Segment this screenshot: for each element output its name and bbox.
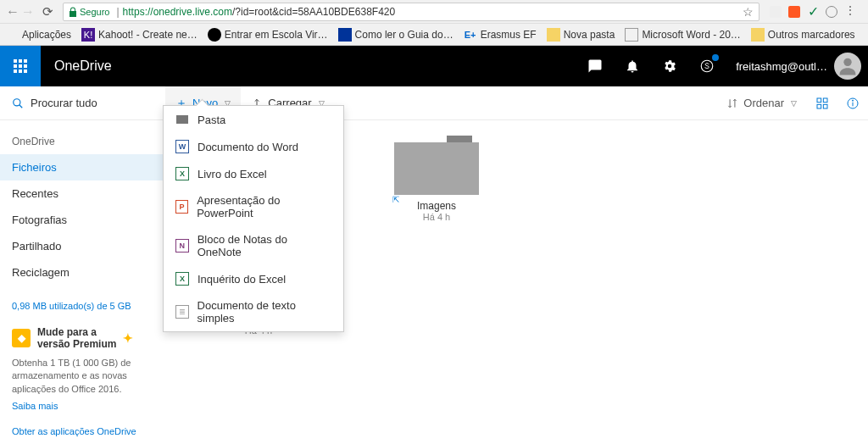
excel-icon: X — [175, 167, 189, 180]
premium-title: Mude para aversão Premium — [37, 326, 116, 350]
ext-icon-4[interactable] — [826, 6, 837, 18]
person-icon — [836, 54, 860, 78]
file-tile-folder[interactable]: ⇱Imagens Há 4 h — [352, 136, 521, 222]
bookmark-bar: Aplicações K!Kahoot! - Create ne… Entrar… — [0, 24, 868, 46]
storage-quota[interactable]: 0,98 MB utilizado(s) de 5 GB — [0, 286, 165, 311]
bookmark-escola[interactable]: Entrar em Escola Vir… — [208, 28, 328, 42]
extension-icons: ✓ ⋮ — [763, 6, 863, 18]
dd-item-onenote[interactable]: NBloco de Notas do OneNote — [164, 226, 343, 265]
bookmark-star-icon[interactable]: ☆ — [743, 5, 754, 19]
sidebar: OneDrive Ficheiros Recentes Fotografias … — [0, 120, 165, 444]
word-icon: W — [175, 140, 189, 153]
svg-rect-4 — [817, 98, 821, 103]
account-menu[interactable]: freitashmg@outl… — [726, 53, 868, 80]
folder-icon — [394, 136, 479, 195]
browser-toolbar: ← → ⟳ Seguro | https://onedrive.live.com… — [0, 0, 868, 24]
svg-rect-7 — [823, 104, 827, 108]
sort-label: Ordenar — [743, 97, 784, 109]
text-icon: ≡ — [175, 305, 189, 319]
chrome-menu-icon[interactable]: ⋮ — [844, 6, 856, 18]
onenote-icon: N — [175, 239, 189, 253]
gear-icon — [662, 58, 677, 74]
secure-indicator: Seguro — [69, 7, 109, 17]
bookmark-erasmus[interactable]: E+Erasmus EF — [464, 28, 537, 42]
app-title: OneDrive — [54, 58, 112, 74]
waffle-icon — [14, 59, 27, 73]
view-toggle[interactable] — [807, 97, 837, 110]
svg-point-10 — [852, 100, 853, 101]
erasmus-icon: E+ — [464, 28, 477, 42]
sidebar-item-files[interactable]: Ficheiros — [0, 154, 165, 180]
tile-name: Imagens — [417, 200, 456, 212]
bookmark-pasta[interactable]: Nova pasta — [547, 28, 615, 42]
info-icon — [846, 97, 860, 110]
bookmark-kahoot[interactable]: K!Kahoot! - Create ne… — [81, 28, 198, 42]
sidebar-item-photos[interactable]: Fotografias — [0, 207, 165, 233]
avatar — [834, 53, 861, 80]
reload-button[interactable]: ⟳ — [39, 4, 56, 19]
escola-icon — [208, 28, 221, 42]
search-icon — [12, 97, 24, 109]
sidebar-root[interactable]: OneDrive — [0, 132, 165, 154]
grid-icon — [815, 97, 829, 110]
sort-button[interactable]: Ordenar ▽ — [716, 97, 807, 109]
info-button[interactable] — [837, 97, 868, 110]
svg-line-3 — [19, 104, 23, 108]
dd-item-text[interactable]: ≡Documento de texto simples — [164, 292, 343, 331]
skype-button[interactable] — [688, 46, 726, 86]
sidebar-item-recent[interactable]: Recentes — [0, 180, 165, 207]
folder-icon — [547, 28, 560, 42]
account-email: freitashmg@outl… — [736, 60, 827, 73]
search-placeholder: Procurar tudo — [31, 97, 97, 109]
folder-icon — [175, 113, 189, 126]
notifications-button[interactable] — [614, 46, 651, 86]
bookmark-word[interactable]: Microsoft Word - 20… — [625, 28, 740, 42]
premium-diamond-icon: ◆ — [12, 329, 31, 347]
dd-item-excel[interactable]: XLivro do Excel — [164, 160, 343, 187]
powerpoint-icon: P — [175, 200, 188, 214]
doc-icon — [625, 28, 638, 42]
ext-icon-3[interactable]: ✓ — [807, 6, 819, 18]
folder-icon — [751, 28, 765, 42]
dd-item-powerpoint[interactable]: PApresentação do PowerPoint — [164, 187, 343, 226]
sidebar-item-recycle[interactable]: Reciclagem — [0, 259, 165, 286]
sort-icon — [726, 97, 738, 109]
tile-date: Há 4 h — [352, 212, 521, 222]
svg-rect-6 — [817, 104, 821, 108]
forward-button[interactable]: → — [20, 4, 36, 19]
chat-icon — [587, 58, 603, 74]
dd-item-folder[interactable]: Pasta — [164, 106, 343, 133]
eu-flag-icon — [338, 28, 352, 42]
main-area: OneDrive Ficheiros Recentes Fotografias … — [0, 120, 868, 444]
address-bar[interactable]: Seguro | https://onedrive.live.com/?id=r… — [63, 3, 760, 21]
premium-link[interactable]: Saiba mais — [12, 401, 153, 411]
command-bar: Procurar tudo ＋ Novo ▽ Carregar ▽ Ordena… — [0, 86, 868, 120]
excel-survey-icon: X — [175, 272, 189, 286]
bookmark-guia[interactable]: Como ler o Guia do… — [338, 28, 453, 42]
secure-label: Seguro — [80, 7, 109, 17]
bell-icon — [625, 58, 640, 74]
url-host: https://onedrive.live.com — [123, 6, 232, 18]
get-apps-link[interactable]: Obter as aplicações OneDrive — [0, 411, 165, 444]
apps-label: Aplicações — [22, 29, 71, 41]
ext-icon-2[interactable] — [788, 6, 800, 18]
skype-icon — [699, 58, 715, 74]
settings-button[interactable] — [651, 46, 688, 86]
suite-bar: OneDrive freitashmg@outl… — [0, 46, 868, 86]
ext-icon-1[interactable] — [770, 6, 782, 18]
back-button[interactable]: ← — [5, 4, 20, 19]
new-dropdown: Pasta WDocumento do Word XLivro do Excel… — [163, 105, 344, 332]
bookmark-overflow[interactable]: Outros marcadores — [751, 28, 855, 42]
sparkle-icon: ✦ — [123, 331, 133, 345]
app-launcher[interactable] — [0, 46, 41, 86]
sidebar-item-shared[interactable]: Partilhado — [0, 233, 165, 259]
kahoot-icon: K! — [81, 28, 95, 42]
dd-item-word[interactable]: WDocumento do Word — [164, 133, 343, 160]
svg-point-2 — [14, 98, 20, 105]
apps-shortcut[interactable]: Aplicações — [5, 28, 71, 42]
search-box[interactable]: Procurar tudo — [0, 86, 165, 119]
svg-point-1 — [843, 58, 851, 66]
chat-button[interactable] — [576, 46, 614, 86]
dd-item-excel-survey[interactable]: XInquérito do Excel — [164, 265, 343, 292]
share-badge-icon: ⇱ — [392, 195, 399, 204]
